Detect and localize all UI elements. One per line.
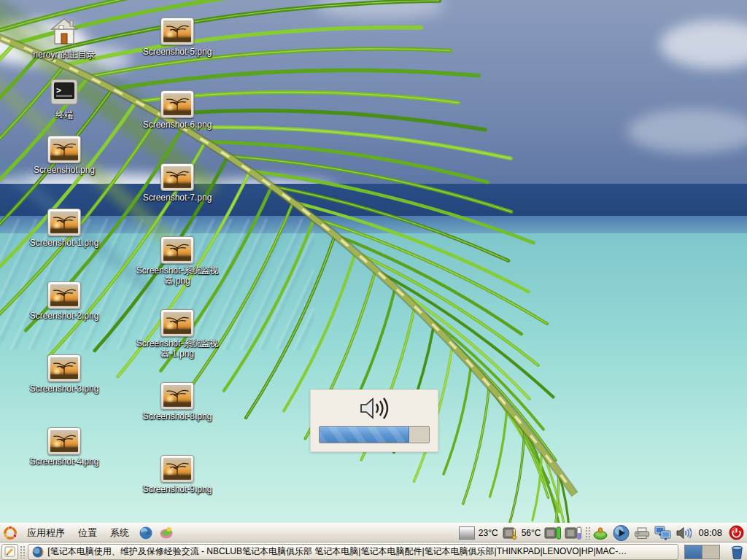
firefox-icon: [32, 546, 44, 558]
input-method-applet[interactable]: [593, 524, 609, 542]
svg-text:>_: >_: [56, 85, 67, 96]
ubuntu-logo-icon: [3, 526, 18, 540]
chip-thermometer-icon: [502, 526, 518, 540]
desktop-icon-file[interactable]: Screenshot.png: [13, 136, 115, 175]
home-icon: [49, 18, 80, 45]
media-player-applet[interactable]: [612, 524, 630, 542]
workspace-1[interactable]: [685, 545, 702, 559]
sensor-graph-icon: [459, 526, 475, 540]
desktop-icon-label: Screenshot-4.png: [13, 456, 115, 467]
image-file-icon: [160, 455, 194, 483]
printer-applet[interactable]: [633, 524, 651, 542]
image-file-icon: [47, 427, 81, 455]
workspace-switcher: [684, 545, 720, 559]
desktop-icon-file[interactable]: Screenshot-4.png: [13, 427, 115, 467]
taskbar-drag-handle[interactable]: [20, 545, 25, 559]
chip-thermometer-applet[interactable]: [502, 524, 518, 542]
desktop-icon-home[interactable]: heroyr 的主目录: [13, 18, 115, 60]
web-browser-icon: [139, 526, 153, 540]
desktop-icon-label: Screenshot-系统监视器-1.png: [126, 338, 228, 359]
desktop-icon-label: Screenshot-3.png: [13, 384, 115, 394]
desktop-icon-label: Screenshot-8.png: [126, 411, 228, 421]
menu-applications[interactable]: 应用程序: [20, 524, 71, 542]
power-button-applet[interactable]: [729, 524, 744, 542]
desktop-icon-label: heroyr 的主目录: [13, 50, 115, 60]
menu-applications-label: 应用程序: [27, 526, 65, 540]
workspace-2[interactable]: [702, 545, 719, 559]
task-button-title: [笔记本电脑使用、维护及保修经验交流 - NBCLUB笔记本电脑俱乐部 笔记本电…: [47, 545, 627, 558]
desktop-icon-label: Screenshot-1.png: [13, 238, 115, 248]
desktop-icon-label: Screenshot-2.png: [13, 311, 115, 321]
desktop-icon-file[interactable]: Screenshot-系统监视器-1.png: [126, 309, 228, 359]
temp-ambient-applet[interactable]: 23°C: [478, 524, 499, 542]
show-desktop-icon: [4, 546, 15, 557]
image-file-icon: [47, 209, 81, 236]
web-browser-launcher[interactable]: [138, 525, 154, 541]
desktop-icon-label: Screenshot-9.png: [126, 484, 228, 494]
desktop-icon-file[interactable]: Screenshot-7.png: [126, 163, 228, 203]
image-file-icon: [160, 236, 194, 264]
main-menu-button[interactable]: [2, 525, 18, 541]
trash-applet[interactable]: [729, 544, 745, 560]
desktop-icon-file[interactable]: Screenshot-9.png: [126, 455, 228, 494]
media-play-icon: [612, 524, 630, 542]
volume-osd: [310, 389, 438, 452]
speaker-tray-icon: [676, 526, 692, 540]
desktop-icon-file[interactable]: Screenshot-8.png: [126, 382, 228, 421]
menu-places-label: 位置: [78, 526, 97, 540]
network-icon: [654, 525, 673, 541]
printer-icon: [633, 526, 651, 540]
desktop-icon-label: Screenshot.png: [13, 165, 115, 175]
desktop-icon-label: Screenshot-系统监视器.png: [126, 265, 228, 286]
desktop-icon-file[interactable]: Screenshot-6.png: [126, 90, 228, 130]
desktop-icon-label: Screenshot-5.png: [126, 47, 228, 57]
menu-panel: 应用程序 位置 系统 23°C: [0, 523, 747, 542]
desktop-icon-label: 终端: [13, 109, 115, 120]
menu-system[interactable]: 系统: [104, 524, 136, 542]
volume-progress-fill: [320, 427, 409, 443]
desktop-icon-file[interactable]: Screenshot-系统监视器.png: [126, 236, 228, 286]
desktop-icon-file[interactable]: Screenshot-2.png: [13, 281, 115, 321]
menu-places[interactable]: 位置: [71, 524, 104, 542]
temp-ambient-value: 23°C: [479, 528, 498, 538]
image-file-icon: [160, 309, 194, 337]
colorful-app-launcher[interactable]: [158, 525, 174, 541]
image-file-icon: [160, 382, 194, 410]
chip-violet-bar-icon: [565, 526, 582, 540]
desktop-icon-terminal[interactable]: >_ 终端: [13, 79, 115, 120]
volume-applet[interactable]: [676, 524, 692, 542]
chip-violet-bar-applet[interactable]: [565, 524, 582, 542]
desktop-icon-file[interactable]: Screenshot-5.png: [126, 18, 228, 57]
trash-icon: [730, 545, 744, 559]
image-file-icon: [47, 136, 81, 163]
sensor-graph-applet[interactable]: [459, 524, 475, 542]
image-file-icon: [160, 90, 194, 118]
input-method-icon: [593, 526, 609, 540]
desktop-icon-file[interactable]: Screenshot-3.png: [13, 354, 115, 394]
desktop-icon-label: Screenshot-6.png: [126, 120, 228, 130]
desktop-root: heroyr 的主目录 >_ 终端 Screenshot.png Screens…: [0, 0, 747, 560]
chip-green-bar-icon: [544, 526, 562, 540]
menu-system-label: 系统: [110, 526, 129, 540]
image-file-icon: [160, 18, 194, 45]
network-applet[interactable]: [654, 524, 673, 542]
chip-green-bar-applet[interactable]: [544, 524, 562, 542]
temp-cpu-applet[interactable]: 56°C: [521, 524, 542, 542]
temp-cpu-value: 56°C: [522, 528, 541, 538]
terminal-icon: >_: [50, 79, 79, 105]
desktop-icon-label: Screenshot-7.png: [126, 192, 228, 203]
task-panel: [笔记本电脑使用、维护及保修经验交流 - NBCLUB笔记本电脑俱乐部 笔记本电…: [0, 542, 747, 560]
panel-drag-handle[interactable]: [585, 526, 590, 540]
speaker-icon: [311, 395, 438, 424]
image-file-icon: [47, 281, 81, 309]
clock-value: 08:08: [698, 527, 722, 538]
show-desktop-button[interactable]: [1, 544, 18, 560]
image-file-icon: [47, 354, 81, 382]
clock-applet[interactable]: 08:08: [694, 524, 726, 542]
colorful-app-icon: [159, 525, 174, 540]
image-file-icon: [160, 163, 194, 191]
volume-progressbar: [319, 426, 430, 443]
task-button-firefox[interactable]: [笔记本电脑使用、维护及保修经验交流 - NBCLUB笔记本电脑俱乐部 笔记本电…: [28, 544, 678, 560]
desktop-icon-file[interactable]: Screenshot-1.png: [13, 209, 115, 248]
power-button-icon: [729, 525, 744, 540]
